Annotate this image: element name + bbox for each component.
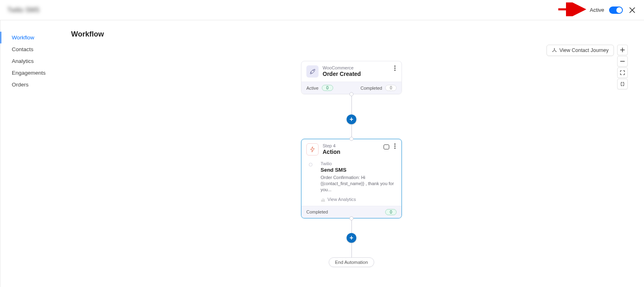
action-step-label: Step 4 (323, 143, 379, 148)
expand-in-icon (620, 82, 625, 86)
page-name: Twilio SMS (7, 6, 39, 14)
fullscreen-button[interactable] (617, 79, 628, 89)
view-contact-journey-button[interactable]: View Contact Journey (546, 45, 614, 56)
svg-point-4 (313, 70, 314, 71)
timeline-dot (309, 163, 312, 166)
add-step-button[interactable]: + (347, 233, 356, 243)
action-footer-count: 0 (385, 209, 397, 215)
trigger-node[interactable]: WooCommerce Order Created Active 0 Compl… (301, 61, 402, 94)
rocket-icon (306, 65, 319, 78)
more-vert-icon (394, 65, 396, 71)
sidebar-item-analytics[interactable]: Analytics (6, 55, 59, 67)
svg-point-6 (395, 68, 396, 69)
sidebar-item-contacts[interactable]: Contacts (6, 43, 59, 55)
svg-point-9 (395, 146, 396, 147)
active-stat-label: Active (306, 86, 319, 91)
annotation-arrow (557, 2, 589, 18)
chart-icon (321, 197, 325, 202)
port (349, 137, 353, 141)
edge (351, 218, 352, 233)
svg-point-1 (554, 48, 555, 49)
expand-out-icon (620, 70, 625, 75)
trigger-title: Order Created (323, 71, 389, 77)
end-automation-badge: End Automation (329, 257, 374, 267)
completed-stat-label: Completed (360, 86, 382, 91)
action-title: Action (323, 149, 379, 155)
svg-point-7 (395, 70, 396, 71)
svg-point-5 (395, 66, 396, 67)
action-message: Order Confirmation: Hi {{contact_first_n… (321, 175, 397, 193)
active-label: Active (590, 7, 604, 13)
topbar: Twilio SMS Active (0, 0, 644, 20)
action-provider: Twilio (321, 161, 397, 166)
action-node[interactable]: Step 4 Action (301, 139, 402, 218)
action-footer-label: Completed (306, 209, 328, 214)
action-menu[interactable] (393, 143, 397, 151)
port (349, 92, 353, 96)
sidebar: Workflow Contacts Analytics Engagements … (0, 20, 59, 287)
more-vert-icon (394, 143, 396, 149)
fit-view-button[interactable] (617, 67, 628, 78)
journey-button-label: View Contact Journey (559, 47, 609, 53)
page-title: Workflow (71, 30, 636, 39)
canvas: Workflow View Contact Journey (59, 20, 644, 287)
add-step-button[interactable]: + (347, 114, 356, 124)
plus-icon (620, 47, 625, 52)
edge (351, 243, 352, 257)
sidebar-item-workflow[interactable]: Workflow (0, 32, 59, 43)
bolt-icon (306, 143, 319, 155)
edge (351, 94, 352, 114)
svg-point-10 (395, 148, 396, 149)
sidebar-item-orders[interactable]: Orders (6, 79, 59, 91)
zoom-out-button[interactable] (617, 56, 628, 67)
zoom-in-button[interactable] (617, 45, 628, 55)
message-icon[interactable] (384, 145, 389, 149)
active-stat-count: 0 (322, 85, 333, 91)
view-analytics-link[interactable]: View Analytics (321, 197, 397, 202)
svg-point-3 (555, 51, 556, 52)
trigger-menu[interactable] (393, 65, 397, 73)
branch-icon (552, 48, 557, 53)
action-name: Send SMS (321, 167, 397, 173)
view-analytics-label: View Analytics (327, 197, 356, 202)
completed-stat-count: 0 (385, 85, 397, 91)
active-toggle[interactable] (609, 6, 623, 14)
port (349, 216, 353, 220)
svg-point-2 (552, 51, 553, 52)
trigger-source: WooCommerce (323, 65, 389, 70)
sidebar-item-engagements[interactable]: Engagements (6, 67, 59, 79)
close-button[interactable] (628, 6, 637, 15)
svg-point-8 (395, 144, 396, 145)
minus-icon (620, 59, 625, 64)
